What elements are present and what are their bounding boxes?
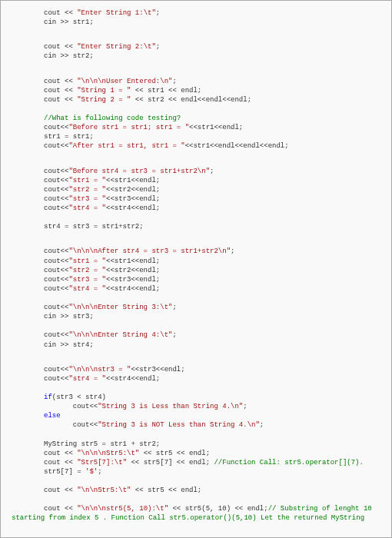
string-literal: "str2 = " [68, 267, 106, 274]
code-line: cout<<"String 3 is Less than String 4.\n… [12, 402, 380, 411]
string-literal: "Str5[7]:\t" [77, 459, 127, 467]
code-text: cout<< [44, 366, 68, 374]
code-line: cout<<"str3 = "<<str3<<endl; [12, 194, 380, 204]
blank-line [12, 213, 380, 222]
code-line: cout<<"str1 = "<<str1<<endl; [12, 176, 380, 185]
code-text: cout << [44, 459, 77, 467]
code-text: <<str2<<endl; [106, 267, 160, 274]
code-block: cout << "Enter String 1:\t";cin >> str1;… [12, 8, 380, 523]
code-text: cout<< [44, 177, 68, 184]
string-literal: "str2 = " [68, 186, 106, 194]
code-line: cout << "\n\n\nstr5(5, 10):\t" << str5(5… [12, 504, 380, 513]
code-text: << str5 << endl; [131, 487, 201, 494]
string-literal: "str4 = " [68, 375, 106, 383]
code-text: cout << [44, 78, 77, 85]
code-line: cout<<"str1 = "<<str1<<endl; [12, 257, 380, 266]
code-line: cout<<"str4 = "<<str4<<endl; [12, 284, 380, 294]
code-line: cout << "Enter String 2:\t"; [12, 42, 380, 51]
code-text: cin >> str1; [44, 18, 94, 26]
code-line: cout<<"After str1 = str1, str1 = "<<str1… [12, 141, 380, 151]
string-literal: "\n\n\nEnter String 4:\t" [68, 331, 172, 339]
string-literal: "str1 = " [68, 177, 106, 184]
code-line: cout<<"str2 = "<<str2<<endl; [12, 185, 380, 194]
code-line: cout << "Str5[7]:\t" << str5[7] << endl;… [12, 458, 380, 467]
code-line: cin >> str3; [12, 312, 380, 321]
code-text: <<str3<<endl; [131, 366, 184, 374]
code-text: cout << [44, 487, 77, 494]
code-text: <<str3<<endl; [106, 276, 160, 284]
blank-line [12, 231, 380, 247]
code-line: cout << "\n\n\nStr5:\t" << str5 << endl; [12, 449, 380, 458]
code-text: str4 = str3 = str1+str2; [44, 223, 144, 231]
code-text: str1 = str1; [44, 133, 94, 141]
blank-line [12, 384, 380, 393]
code-line: cout<<"str4 = "<<str4<<endl; [12, 374, 380, 384]
comment: starting from index 5 . Function Call st… [12, 514, 364, 522]
string-literal: "\n\n\nStr5:\t" [77, 450, 139, 457]
code-text: cout<< [44, 403, 98, 410]
code-line: cout<<"\n\n\nstr3 = "<<str3<<endl; [12, 365, 380, 374]
code-line: str4 = str3 = str1+str2; [12, 222, 380, 231]
code-text: ; [98, 468, 101, 476]
code-text: cout<< [44, 285, 68, 293]
code-line: MyString str5 = str1 + str2; [12, 440, 380, 449]
code-text: ; [260, 421, 264, 429]
blank-line [12, 105, 380, 114]
blank-line [12, 151, 380, 167]
code-text: cout<< [44, 247, 68, 255]
code-text: cout << [44, 9, 77, 17]
string-literal: "str1 = " [68, 257, 106, 265]
code-line: str5[7] = '$'; [12, 467, 380, 477]
string-literal: "\n\n\nstr5(5, 10):\t" [77, 505, 168, 513]
code-text: << str5 << endl; [139, 450, 210, 457]
code-line: cout<<"Before str4 = str3 = str1+str2\n"… [12, 167, 380, 176]
code-text: ; [243, 403, 247, 410]
blank-line [12, 27, 380, 42]
code-text: cout << [44, 87, 77, 95]
code-line: cout<<"str2 = "<<str2<<endl; [12, 266, 380, 275]
string-literal: "str4 = " [68, 285, 106, 293]
code-text: cout<< [44, 142, 68, 150]
code-text: <<str1<<endl; [106, 257, 160, 265]
string-literal: "str3 = " [68, 195, 106, 203]
code-line: cin >> str1; [12, 18, 380, 27]
code-text: <<str3<<endl; [106, 195, 160, 203]
string-literal: "Before str4 = str3 = str1+str2\n" [68, 168, 210, 175]
code-line: str1 = str1; [12, 132, 380, 141]
code-text: <<str4<<endl; [106, 375, 160, 383]
code-text: cout<< [44, 421, 98, 429]
comment: //What is following code testing? [44, 115, 181, 122]
code-line: cout << "String 2 = " << str2 << endl<<e… [12, 95, 380, 105]
code-text: << str1 << endl; [131, 87, 201, 95]
code-text: cout<< [44, 186, 68, 194]
code-text: cout<< [44, 257, 68, 265]
code-text: ; [172, 331, 176, 339]
comment: // Substring of lenght 10 [268, 505, 372, 513]
code-text: <<str4<<endl; [106, 285, 160, 293]
string-literal: "String 3 is NOT Less than String 4.\n" [98, 421, 260, 429]
code-text: cout<< [44, 204, 68, 212]
code-text: <<str1<<endl<<endl<<endl; [185, 142, 289, 150]
comment: //Function Call: str5.operator[](7). [214, 459, 363, 467]
code-text: cout<< [44, 331, 68, 339]
code-text: << str5(5, 10) << endl; [168, 505, 268, 513]
code-text: cout<< [44, 375, 68, 383]
code-line: cout << "\n\n\nUser Entered:\n"; [12, 77, 380, 86]
code-text: ; [231, 247, 234, 255]
code-text: cin >> str3; [44, 313, 94, 320]
code-text: cout<< [44, 168, 68, 175]
code-text: ; [156, 43, 160, 51]
code-text: cout << [44, 96, 77, 104]
code-text: cout << [44, 505, 77, 513]
code-text: << str2 << endl<<endl<<endl; [131, 96, 251, 104]
string-literal: "After str1 = str1, str1 = " [68, 142, 184, 150]
keyword: if [44, 394, 52, 401]
code-text: (str3 < str4) [52, 394, 106, 401]
blank-line [12, 61, 380, 77]
code-line: cout<<"\n\n\nEnter String 3:\t"; [12, 303, 380, 312]
string-literal: "str4 = " [68, 204, 106, 212]
code-text: cin >> str4; [44, 341, 94, 349]
code-text: ; [210, 168, 214, 175]
code-line: else [12, 411, 380, 420]
code-text: ; [156, 9, 160, 17]
